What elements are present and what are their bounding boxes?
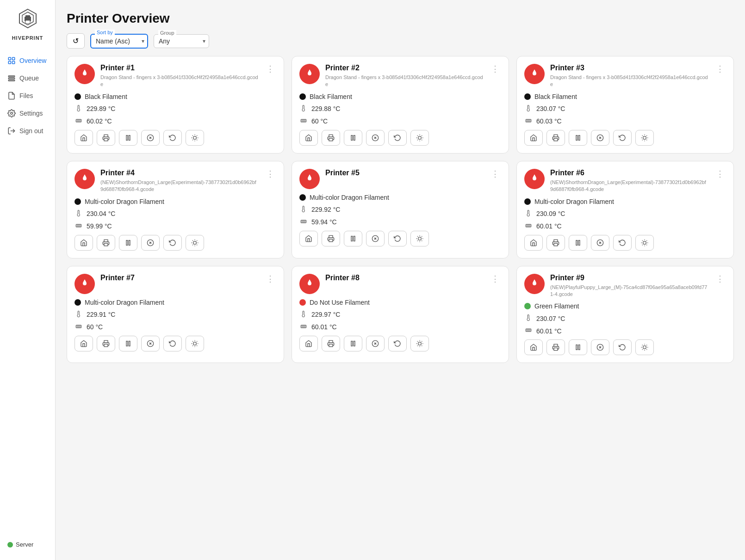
- printer-icon-4: [74, 169, 95, 189]
- sidebar-item-files[interactable]: Files: [0, 87, 55, 105]
- printer-icon-1: [74, 64, 95, 84]
- refresh-btn-1[interactable]: [163, 130, 182, 146]
- light-btn-2[interactable]: [410, 130, 429, 146]
- home-btn-4[interactable]: [74, 235, 93, 251]
- sidebar-item-settings[interactable]: Settings: [0, 105, 55, 122]
- nozzle-temp-1: 229.89 °C: [87, 105, 115, 112]
- svg-point-15: [84, 73, 86, 74]
- cancel-btn-5[interactable]: [366, 231, 385, 246]
- svg-rect-44: [354, 135, 355, 140]
- light-btn-4[interactable]: [186, 235, 204, 251]
- light-btn-9[interactable]: [635, 339, 654, 355]
- svg-rect-106: [351, 236, 353, 241]
- cancel-btn-1[interactable]: [141, 130, 160, 146]
- sidebar-item-overview[interactable]: Overview: [0, 52, 55, 69]
- print-btn-4[interactable]: [97, 235, 115, 251]
- pause-btn-8[interactable]: [344, 336, 362, 351]
- home-btn-5[interactable]: [299, 231, 318, 246]
- card-more-2[interactable]: ⋮: [489, 64, 501, 74]
- home-btn-1[interactable]: [74, 130, 93, 146]
- svg-rect-147: [104, 344, 108, 346]
- action-buttons-7: [74, 336, 276, 351]
- sort-select[interactable]: Name (Asc) Name (Desc) Status: [90, 34, 148, 49]
- print-btn-2[interactable]: [322, 130, 340, 146]
- card-more-7[interactable]: ⋮: [264, 274, 276, 284]
- group-select[interactable]: Any Group 1 Group 2: [154, 34, 209, 48]
- pause-btn-7[interactable]: [119, 336, 137, 351]
- refresh-btn-8[interactable]: [388, 336, 407, 351]
- nozzle-temp-row-5: 229.92 °C: [299, 206, 501, 214]
- pause-btn-4[interactable]: [119, 235, 137, 251]
- pause-btn-6[interactable]: [569, 235, 587, 251]
- pause-btn-5[interactable]: [344, 231, 362, 246]
- home-btn-7[interactable]: [74, 336, 93, 351]
- printer-card-5: Printer #5 ⋮ Multi-color Dragon Filament…: [292, 161, 509, 258]
- pause-btn-9[interactable]: [569, 339, 587, 355]
- filament-label-7: Multi-color Dragon Filament: [85, 299, 164, 306]
- card-more-6[interactable]: ⋮: [714, 169, 726, 179]
- cancel-btn-6[interactable]: [591, 235, 609, 251]
- server-dot: [7, 542, 13, 548]
- server-status: Server: [0, 536, 55, 553]
- light-btn-7[interactable]: [186, 336, 204, 351]
- nozzle-temp-9: 230.07 °C: [536, 315, 565, 322]
- svg-rect-63: [554, 138, 558, 141]
- group-label: Group: [158, 30, 176, 36]
- card-header-2: Printer #2 Dragon Stand - fingers x 3-b0…: [299, 64, 501, 88]
- sidebar-item-signout[interactable]: Sign out: [0, 122, 55, 140]
- print-btn-5[interactable]: [322, 231, 340, 246]
- cancel-btn-8[interactable]: [366, 336, 385, 351]
- refresh-button[interactable]: ↺: [67, 33, 85, 49]
- light-btn-5[interactable]: [410, 231, 429, 246]
- action-buttons-1: [74, 130, 276, 146]
- cancel-btn-2[interactable]: [366, 130, 385, 146]
- refresh-btn-6[interactable]: [613, 235, 632, 251]
- refresh-btn-3[interactable]: [613, 130, 632, 146]
- card-more-3[interactable]: ⋮: [714, 64, 726, 74]
- home-btn-2[interactable]: [299, 130, 318, 146]
- files-icon: [7, 92, 16, 100]
- pause-btn-3[interactable]: [569, 130, 587, 146]
- light-btn-6[interactable]: [635, 235, 654, 251]
- refresh-btn-4[interactable]: [163, 235, 182, 251]
- svg-line-181: [417, 345, 418, 346]
- home-btn-9[interactable]: [524, 339, 543, 355]
- svg-point-174: [418, 342, 422, 345]
- printer-name-4: Printer #4: [100, 169, 259, 177]
- card-more-5[interactable]: ⋮: [489, 169, 501, 179]
- svg-line-31: [197, 140, 197, 140]
- refresh-btn-7[interactable]: [163, 336, 182, 351]
- refresh-btn-5[interactable]: [388, 231, 407, 246]
- light-btn-8[interactable]: [410, 336, 429, 351]
- bed-icon-4: [74, 222, 83, 230]
- printer-card-8: Printer #8 ⋮ Do Not Use Filament 229.97 …: [292, 266, 509, 363]
- cancel-btn-9[interactable]: [591, 339, 609, 355]
- pause-btn-1[interactable]: [119, 130, 137, 146]
- action-buttons-6: [524, 235, 726, 251]
- cancel-btn-4[interactable]: [141, 235, 160, 251]
- cancel-btn-3[interactable]: [591, 130, 609, 146]
- svg-point-48: [418, 136, 422, 139]
- card-more-8[interactable]: ⋮: [489, 274, 501, 284]
- home-btn-6[interactable]: [524, 235, 543, 251]
- home-btn-8[interactable]: [299, 336, 318, 351]
- card-more-1[interactable]: ⋮: [264, 64, 276, 74]
- print-btn-6[interactable]: [546, 235, 565, 251]
- sidebar-item-queue[interactable]: Queue: [0, 69, 55, 87]
- pause-btn-2[interactable]: [344, 130, 362, 146]
- cancel-btn-7[interactable]: [141, 336, 160, 351]
- print-btn-8[interactable]: [322, 336, 340, 351]
- print-btn-7[interactable]: [97, 336, 115, 351]
- light-btn-1[interactable]: [186, 130, 204, 146]
- card-more-9[interactable]: ⋮: [714, 274, 726, 284]
- refresh-btn-2[interactable]: [388, 130, 407, 146]
- light-btn-3[interactable]: [635, 130, 654, 146]
- svg-rect-85: [126, 240, 128, 245]
- print-btn-3[interactable]: [546, 130, 565, 146]
- home-btn-3[interactable]: [524, 130, 543, 146]
- print-btn-9[interactable]: [546, 339, 565, 355]
- print-btn-1[interactable]: [97, 130, 115, 146]
- refresh-btn-9[interactable]: [613, 339, 632, 355]
- card-more-4[interactable]: ⋮: [264, 169, 276, 179]
- svg-point-183: [534, 283, 535, 284]
